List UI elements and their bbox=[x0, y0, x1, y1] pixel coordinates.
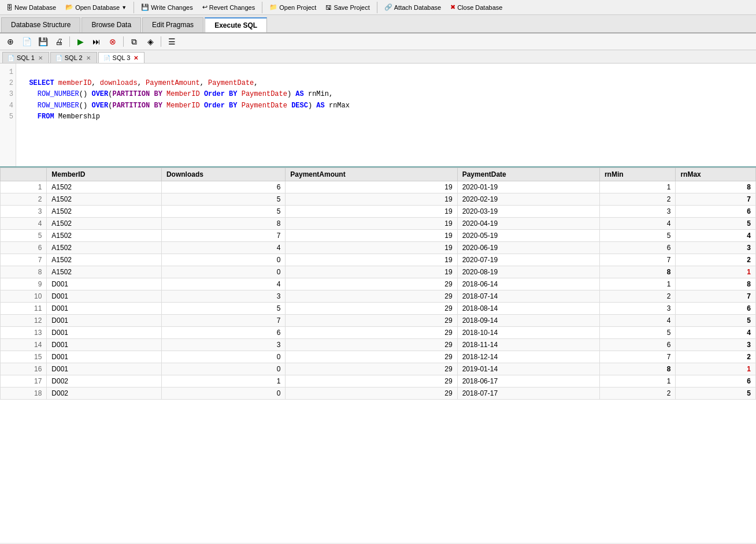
sql-tab-1-label: SQL 1 bbox=[17, 54, 35, 61]
col-header-downloads[interactable]: Downloads bbox=[161, 168, 285, 181]
table-cell: D001 bbox=[47, 327, 162, 339]
table-cell: 3 bbox=[599, 206, 675, 218]
table-cell: 2020-07-19 bbox=[457, 254, 599, 266]
sql-editor-toolbar: ⊕ 📄 💾 🖨 ▶ ⏭ ⊗ ⧉ ◈ ☰ bbox=[0, 33, 756, 50]
col-header-memberid[interactable]: MemberID bbox=[47, 168, 162, 181]
table-cell: 2020-02-19 bbox=[457, 193, 599, 206]
table-cell: 3 bbox=[676, 339, 756, 351]
sql-print-button[interactable]: 🖨 bbox=[52, 35, 66, 48]
code-line-4: ROW_NUMBER() OVER(PARTITION BY MemberID … bbox=[21, 100, 751, 111]
table-cell: 2018-06-14 bbox=[457, 278, 599, 290]
open-database-button[interactable]: 📂 Open Database ▼ bbox=[61, 1, 131, 13]
sql-execute-button[interactable]: ▶ bbox=[73, 35, 87, 48]
sql-execute-line-button[interactable]: ⏭ bbox=[90, 35, 103, 48]
sql-tab-3[interactable]: 📄 SQL 3 ✕ bbox=[98, 52, 145, 63]
table-cell: 18 bbox=[1, 387, 47, 400]
table-row: 18D0020292018-07-1725 bbox=[1, 387, 756, 400]
sql-open-file-button[interactable]: 📄 bbox=[20, 35, 34, 48]
table-cell: 1 bbox=[1, 181, 47, 193]
revert-changes-button[interactable]: ↩ Revert Changes bbox=[198, 1, 260, 13]
sql-tab-2-close[interactable]: ✕ bbox=[85, 55, 92, 61]
table-cell: A1502 bbox=[47, 266, 162, 278]
table-cell: 7 bbox=[161, 230, 285, 242]
open-project-icon: 📁 bbox=[269, 3, 277, 11]
table-cell: 29 bbox=[286, 387, 457, 400]
table-cell: 2018-09-14 bbox=[457, 315, 599, 327]
col-header-paymentamount[interactable]: PaymentAmount bbox=[286, 168, 457, 181]
attach-database-button[interactable]: 🔗 Attach Database bbox=[380, 1, 445, 13]
table-cell: 1 bbox=[599, 278, 675, 290]
table-cell: 8 bbox=[1, 266, 47, 278]
table-cell: 17 bbox=[1, 375, 47, 387]
sql-add-tab-button[interactable]: ⊕ bbox=[3, 35, 17, 48]
table-cell: 10 bbox=[1, 290, 47, 303]
write-changes-button[interactable]: 💾 Write Changes bbox=[137, 1, 197, 13]
sql-new-query-button[interactable]: ⧉ bbox=[127, 35, 141, 48]
table-row: 5A15027192020-05-1954 bbox=[1, 230, 756, 242]
sql-save-results-button[interactable]: ◈ bbox=[143, 35, 157, 48]
save-project-icon: 🖫 bbox=[325, 4, 332, 11]
new-database-icon: 🗄 bbox=[6, 4, 13, 11]
close-database-label: Close Database bbox=[457, 4, 502, 11]
sql-options-button[interactable]: ☰ bbox=[165, 35, 179, 48]
table-cell: 6 bbox=[161, 327, 285, 339]
table-cell: 8 bbox=[676, 278, 756, 290]
sql-tab-1-close[interactable]: ✕ bbox=[37, 55, 44, 61]
table-cell: 8 bbox=[676, 181, 756, 193]
col-header-rnmin[interactable]: rnMin bbox=[599, 168, 675, 181]
table-cell: 15 bbox=[1, 351, 47, 363]
col-header-rnmax[interactable]: rnMax bbox=[676, 168, 756, 181]
sql-tab-3-close[interactable]: ✕ bbox=[132, 55, 139, 61]
table-cell: 2020-08-19 bbox=[457, 266, 599, 278]
tab-browse-data[interactable]: Browse Data bbox=[81, 17, 141, 32]
top-toolbar: 🗄 New Database 📂 Open Database ▼ 💾 Write… bbox=[0, 0, 756, 15]
table-cell: 4 bbox=[599, 315, 675, 327]
attach-database-icon: 🔗 bbox=[384, 3, 392, 11]
new-database-button[interactable]: 🗄 New Database bbox=[2, 2, 60, 13]
table-cell: 29 bbox=[286, 351, 457, 363]
table-cell: 7 bbox=[1, 254, 47, 266]
sql-editor[interactable]: 1 2 3 4 5 SELECT memberID, downloads, Pa… bbox=[0, 64, 756, 167]
sql-tab-1[interactable]: 📄 SQL 1 ✕ bbox=[2, 52, 49, 63]
table-cell: 2020-06-19 bbox=[457, 242, 599, 254]
table-cell: 2020-05-19 bbox=[457, 230, 599, 242]
table-cell: A1502 bbox=[47, 206, 162, 218]
tab-edit-pragmas[interactable]: Edit Pragmas bbox=[142, 17, 203, 32]
save-project-label: Save Project bbox=[333, 4, 369, 11]
table-cell: 7 bbox=[161, 315, 285, 327]
table-cell: 9 bbox=[1, 278, 47, 290]
col-header-rownum bbox=[1, 168, 47, 181]
table-cell: 5 bbox=[161, 303, 285, 315]
table-cell: 4 bbox=[161, 242, 285, 254]
code-area[interactable]: SELECT memberID, downloads, PaymentAmoun… bbox=[16, 64, 756, 166]
main-content: ⊕ 📄 💾 🖨 ▶ ⏭ ⊗ ⧉ ◈ ☰ 📄 SQL 1 ✕ 📄 SQL 2 ✕ … bbox=[0, 33, 756, 543]
sql-save-button[interactable]: 💾 bbox=[36, 35, 50, 48]
table-cell: 8 bbox=[599, 266, 675, 278]
table-cell: 1 bbox=[599, 181, 675, 193]
tab-database-structure[interactable]: Database Structure bbox=[1, 17, 80, 32]
save-project-button[interactable]: 🖫 Save Project bbox=[321, 2, 373, 13]
table-cell: 19 bbox=[286, 242, 457, 254]
sql-stop-button[interactable]: ⊗ bbox=[106, 35, 120, 48]
results-area[interactable]: MemberID Downloads PaymentAmount Payment… bbox=[0, 167, 756, 543]
table-row: 3A15025192020-03-1936 bbox=[1, 206, 756, 218]
table-cell: 6 bbox=[676, 375, 756, 387]
table-cell: 12 bbox=[1, 315, 47, 327]
results-table: MemberID Downloads PaymentAmount Payment… bbox=[0, 167, 756, 400]
table-cell: 6 bbox=[161, 181, 285, 193]
table-cell: A1502 bbox=[47, 230, 162, 242]
results-header-row: MemberID Downloads PaymentAmount Payment… bbox=[1, 168, 756, 181]
table-cell: 5 bbox=[161, 193, 285, 206]
open-project-button[interactable]: 📁 Open Project bbox=[265, 1, 320, 13]
tab-database-structure-label: Database Structure bbox=[11, 21, 71, 29]
close-database-button[interactable]: ✖ Close Database bbox=[446, 1, 506, 13]
table-cell: 19 bbox=[286, 254, 457, 266]
table-cell: 2020-01-19 bbox=[457, 181, 599, 193]
tab-execute-sql[interactable]: Execute SQL bbox=[205, 17, 267, 32]
table-cell: 5 bbox=[599, 230, 675, 242]
table-cell: 4 bbox=[1, 218, 47, 230]
table-cell: 2018-10-14 bbox=[457, 327, 599, 339]
col-header-paymentdate[interactable]: PaymentDate bbox=[457, 168, 599, 181]
table-cell: 13 bbox=[1, 327, 47, 339]
sql-tab-2[interactable]: 📄 SQL 2 ✕ bbox=[50, 52, 97, 63]
